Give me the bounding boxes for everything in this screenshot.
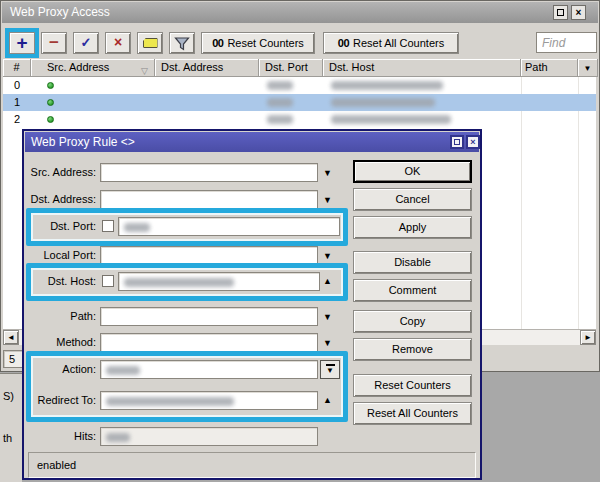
reset-counters-button[interactable]: 00Reset Counters xyxy=(201,32,315,54)
dialog-titlebar: Web Proxy Rule <> × xyxy=(25,132,479,152)
ok-button[interactable]: OK xyxy=(353,160,472,183)
redacted-value xyxy=(106,366,140,375)
redacted-dst-port xyxy=(267,81,293,90)
hits-label: Hits: xyxy=(24,427,96,446)
column-header-src-address[interactable]: Src. Address▽ xyxy=(31,59,155,77)
scroll-left-button[interactable]: ◄ xyxy=(3,330,19,345)
method-input[interactable] xyxy=(100,333,318,352)
chevron-down-icon: ▼ xyxy=(584,64,592,73)
dialog-status-bar: enabled xyxy=(28,452,476,478)
reset-counters-label: Reset Counters xyxy=(227,37,303,49)
column-header-dst-address[interactable]: Dst. Address xyxy=(155,59,259,77)
row-index: 1 xyxy=(3,94,31,111)
funnel-icon xyxy=(174,36,190,52)
web-proxy-rule-dialog: Web Proxy Rule <> × Src. Address: ▼ Dst.… xyxy=(22,129,482,480)
dropdown-arrow-icon[interactable]: ▼ xyxy=(323,313,332,322)
collapse-arrow-icon[interactable]: ▲ xyxy=(323,277,332,286)
remove-button[interactable]: Remove xyxy=(353,338,472,361)
arrow-right-icon: ► xyxy=(584,333,592,342)
copy-button[interactable]: Copy xyxy=(353,310,472,333)
column-header-index[interactable]: # xyxy=(3,59,31,77)
disable-button[interactable]: × xyxy=(105,32,131,54)
find-input[interactable] xyxy=(536,32,597,53)
cancel-button[interactable]: Cancel xyxy=(353,188,472,211)
arrow-left-icon: ◄ xyxy=(7,333,15,342)
dst-port-input[interactable] xyxy=(118,217,340,236)
src-address-input[interactable] xyxy=(100,163,318,182)
dropdown-arrow-icon[interactable]: ▼ xyxy=(323,169,332,178)
redacted-dst-port xyxy=(267,115,293,124)
redacted-dst-host xyxy=(331,115,451,124)
column-header-dst-port[interactable]: Dst. Port xyxy=(259,59,323,77)
note-icon xyxy=(143,38,158,48)
comment-button[interactable] xyxy=(137,32,163,54)
dialog-maximize-button[interactable] xyxy=(450,135,464,149)
main-window-title: Web Proxy Access xyxy=(10,5,110,19)
main-titlebar: Web Proxy Access × xyxy=(2,2,598,23)
add-button[interactable]: + xyxy=(9,32,35,54)
dropdown-arrow-icon[interactable]: ▼ xyxy=(323,196,332,205)
dropdown-arrow-icon[interactable]: ▼ xyxy=(323,339,332,348)
redirect-to-label: Redirect To: xyxy=(10,391,96,410)
plus-icon: + xyxy=(16,33,27,52)
table-row[interactable]: 2 xyxy=(3,111,596,128)
dropdown-arrow-icon[interactable]: ▼ xyxy=(323,252,332,261)
table-row[interactable]: 0 xyxy=(3,77,596,94)
comment-button[interactable]: Comment xyxy=(353,279,472,302)
row-index: 0 xyxy=(3,77,31,94)
table-row-selected[interactable]: 1 xyxy=(3,94,596,111)
check-icon: ✓ xyxy=(81,33,92,52)
reset-all-counters-label: Reset All Counters xyxy=(353,37,444,49)
dialog-title: Web Proxy Rule <> xyxy=(31,135,135,149)
redacted-dst-host xyxy=(331,81,443,90)
desktop: S) th Web Proxy Access × + − ✓ × 00Reset… xyxy=(0,0,600,482)
redacted-value xyxy=(106,433,130,442)
apply-button[interactable]: Apply xyxy=(353,216,472,239)
counters-icon: 00 xyxy=(212,37,223,49)
maximize-icon xyxy=(557,9,564,16)
close-button[interactable]: × xyxy=(571,5,586,20)
action-label: Action: xyxy=(24,360,96,379)
path-input[interactable] xyxy=(100,307,318,326)
dst-address-input[interactable] xyxy=(100,190,318,209)
redacted-value xyxy=(124,223,150,232)
redacted-dst-port xyxy=(267,98,293,107)
reset-all-counters-button[interactable]: 00Reset All Counters xyxy=(323,32,459,54)
dst-port-label: Dst. Port: xyxy=(24,217,96,236)
enable-button[interactable]: ✓ xyxy=(73,32,99,54)
enabled-dot-icon xyxy=(47,116,54,123)
reset-counters-button[interactable]: Reset Counters xyxy=(353,374,472,397)
counters-icon: 00 xyxy=(338,37,349,49)
hits-field xyxy=(100,427,318,446)
dst-port-checkbox[interactable] xyxy=(102,220,114,232)
arrow-down-icon: ▼ xyxy=(321,367,339,374)
path-label: Path: xyxy=(24,307,96,326)
redacted-value xyxy=(106,397,234,406)
column-header-path[interactable]: Path xyxy=(521,59,578,77)
dst-host-input[interactable] xyxy=(118,272,320,291)
column-header-dst-host[interactable]: Dst. Host xyxy=(323,59,521,77)
action-input[interactable] xyxy=(100,360,318,379)
maximize-button[interactable] xyxy=(553,5,568,20)
collapse-arrow-icon[interactable]: ▲ xyxy=(323,396,332,405)
column-menu-button[interactable]: ▼ xyxy=(578,59,598,77)
disable-button[interactable]: Disable xyxy=(353,251,472,274)
dialog-close-button[interactable]: × xyxy=(466,135,480,149)
table-header: # Src. Address▽ Dst. Address Dst. Port D… xyxy=(3,59,596,77)
dst-address-label: Dst. Address: xyxy=(24,190,96,209)
scroll-right-button[interactable]: ► xyxy=(580,330,596,345)
reset-all-counters-button[interactable]: Reset All Counters xyxy=(353,402,472,425)
column-label: Src. Address xyxy=(47,61,109,73)
action-dropdown-button[interactable]: ▼ xyxy=(320,360,340,379)
filter-button[interactable] xyxy=(169,32,195,54)
redirect-to-input[interactable] xyxy=(100,391,318,410)
row-index: 2 xyxy=(3,111,31,128)
dst-host-checkbox[interactable] xyxy=(102,275,114,287)
remove-button[interactable]: − xyxy=(41,32,67,54)
cross-icon: × xyxy=(114,33,122,52)
redacted-dst-host xyxy=(331,98,435,107)
enabled-dot-icon xyxy=(47,82,54,89)
maximize-icon xyxy=(454,139,460,145)
background-text-fragment: th xyxy=(3,432,12,444)
background-window-sliver: S) th xyxy=(0,373,22,482)
